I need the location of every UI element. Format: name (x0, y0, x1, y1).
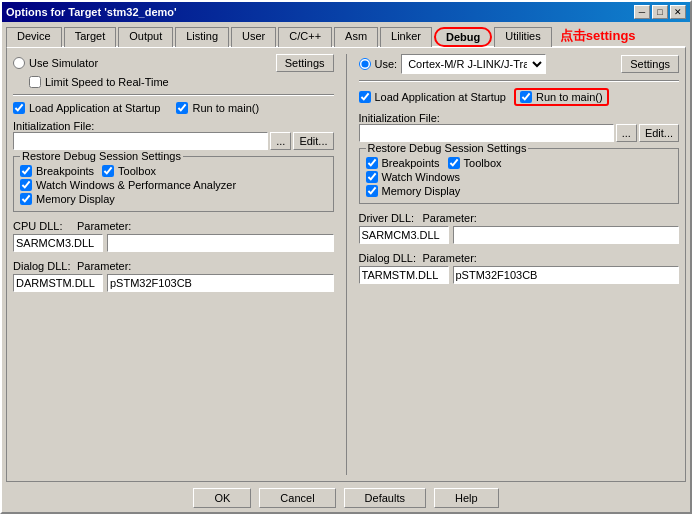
load-app-label-right: Load Application at Startup (375, 91, 506, 103)
dialog-dll-section-right: Dialog DLL: Parameter: (359, 252, 680, 284)
watch-windows-check-right[interactable]: Watch Windows (366, 171, 673, 183)
tab-cpp[interactable]: C/C++ (278, 27, 332, 47)
dialog-dll-labels-left: Dialog DLL: Parameter: (13, 260, 334, 272)
edit-button-right[interactable]: Edit... (639, 124, 679, 142)
close-button[interactable]: ✕ (670, 5, 686, 19)
limit-speed-check[interactable]: Limit Speed to Real-Time (29, 76, 334, 88)
toolbox-checkbox-left[interactable] (102, 165, 114, 177)
cpu-dll-input[interactable] (13, 234, 103, 252)
use-simulator-label: Use Simulator (29, 57, 98, 69)
browse-button-right[interactable]: ... (616, 124, 637, 142)
edit-button-left[interactable]: Edit... (293, 132, 333, 150)
main-window: Options for Target 'stm32_demo' ─ □ ✕ De… (0, 0, 692, 514)
dialog-dll-label-left: Dialog DLL: (13, 260, 73, 272)
memory-display-check-right[interactable]: Memory Display (366, 185, 673, 197)
browse-button-left[interactable]: ... (270, 132, 291, 150)
limit-speed-checkbox[interactable] (29, 76, 41, 88)
init-file-input-left[interactable] (13, 132, 268, 150)
load-app-check-left[interactable]: Load Application at Startup (13, 102, 160, 114)
run-to-main-check-left[interactable]: Run to main() (176, 102, 259, 114)
memory-display-checkbox-left[interactable] (20, 193, 32, 205)
right-settings-button[interactable]: Settings (621, 55, 679, 73)
dialog-dll-param-input-right[interactable] (453, 266, 680, 284)
dialog-dll-input-left[interactable] (13, 274, 103, 292)
cancel-button[interactable]: Cancel (259, 488, 335, 508)
use-row: Use: Cortex-M/R J-LINK/J-Trace (359, 54, 547, 74)
load-app-label-left: Load Application at Startup (29, 102, 160, 114)
watch-windows-check-left[interactable]: Watch Windows & Performance Analyzer (20, 179, 327, 191)
breakpoints-checkbox-right[interactable] (366, 157, 378, 169)
restore-row1-left: Breakpoints Toolbox (20, 165, 327, 177)
restore-debug-title-right: Restore Debug Session Settings (366, 142, 529, 154)
dialog-dll-param-label-right: Parameter: (423, 252, 478, 264)
watch-windows-checkbox-left[interactable] (20, 179, 32, 191)
load-app-check-right[interactable]: Load Application at Startup (359, 91, 506, 103)
restore-debug-group-left: Restore Debug Session Settings Breakpoin… (13, 156, 334, 212)
run-to-main-checkbox-left[interactable] (176, 102, 188, 114)
tab-asm[interactable]: Asm (334, 27, 378, 47)
use-simulator-radio[interactable]: Use Simulator (13, 57, 98, 69)
main-panels: Use Simulator Settings Limit Speed to Re… (13, 54, 679, 475)
cpu-dll-param-input[interactable] (107, 234, 334, 252)
file-input-row-right: ... Edit... (359, 124, 680, 142)
run-to-main-checkbox-right[interactable] (520, 91, 532, 103)
tab-device[interactable]: Device (6, 27, 62, 47)
breakpoints-checkbox-left[interactable] (20, 165, 32, 177)
dialog-dll-input-right[interactable] (359, 266, 449, 284)
use-radio[interactable]: Use: (359, 58, 398, 70)
breakpoints-check-right[interactable]: Breakpoints (366, 157, 440, 169)
restore-debug-group-right: Restore Debug Session Settings Breakpoin… (359, 148, 680, 204)
dialog-dll-param-input-left[interactable] (107, 274, 334, 292)
run-to-main-check-right[interactable]: Run to main() (520, 91, 603, 103)
tab-user[interactable]: User (231, 27, 276, 47)
load-app-checkbox-right[interactable] (359, 91, 371, 103)
driver-dll-param-input[interactable] (453, 226, 680, 244)
annotation-text: 点击settings (560, 27, 636, 45)
use-select[interactable]: Cortex-M/R J-LINK/J-Trace (401, 54, 546, 74)
driver-dll-labels: Driver DLL: Parameter: (359, 212, 680, 224)
toolbox-check-left[interactable]: Toolbox (102, 165, 156, 177)
left-settings-button[interactable]: Settings (276, 54, 334, 72)
simulator-radio-input[interactable] (13, 57, 25, 69)
file-input-row-left: ... Edit... (13, 132, 334, 150)
help-button[interactable]: Help (434, 488, 499, 508)
dialog-dll-inputs-right (359, 266, 680, 284)
right-panel: Use: Cortex-M/R J-LINK/J-Trace Settings … (359, 54, 680, 475)
init-file-input-right[interactable] (359, 124, 614, 142)
driver-dll-section: Driver DLL: Parameter: (359, 212, 680, 244)
watch-windows-label-right: Watch Windows (382, 171, 460, 183)
toolbox-checkbox-right[interactable] (448, 157, 460, 169)
run-to-main-highlight: Run to main() (514, 88, 609, 106)
run-to-main-label-left: Run to main() (192, 102, 259, 114)
load-app-checkbox-left[interactable] (13, 102, 25, 114)
memory-display-check-left[interactable]: Memory Display (20, 193, 327, 205)
tab-debug[interactable]: Debug (434, 27, 492, 47)
dialog-dll-inputs-left (13, 274, 334, 292)
title-bar-controls: ─ □ ✕ (634, 5, 686, 19)
breakpoints-check-left[interactable]: Breakpoints (20, 165, 94, 177)
maximize-button[interactable]: □ (652, 5, 668, 19)
cpu-dll-label: CPU DLL: (13, 220, 73, 232)
title-bar: Options for Target 'stm32_demo' ─ □ ✕ (2, 2, 690, 22)
toolbox-check-right[interactable]: Toolbox (448, 157, 502, 169)
toolbox-label-left: Toolbox (118, 165, 156, 177)
tab-target[interactable]: Target (64, 27, 117, 47)
cpu-dll-param-label: Parameter: (77, 220, 132, 232)
defaults-button[interactable]: Defaults (344, 488, 426, 508)
tab-output[interactable]: Output (118, 27, 173, 47)
driver-dll-input[interactable] (359, 226, 449, 244)
memory-display-checkbox-right[interactable] (366, 185, 378, 197)
left-panel: Use Simulator Settings Limit Speed to Re… (13, 54, 334, 475)
restore-debug-content-left: Breakpoints Toolbox Watch Windows & Perf… (20, 165, 327, 205)
tab-linker[interactable]: Linker (380, 27, 432, 47)
minimize-button[interactable]: ─ (634, 5, 650, 19)
limit-speed-label: Limit Speed to Real-Time (45, 76, 169, 88)
tab-listing[interactable]: Listing (175, 27, 229, 47)
tab-utilities[interactable]: Utilities (494, 27, 551, 47)
ok-button[interactable]: OK (193, 488, 251, 508)
watch-windows-checkbox-right[interactable] (366, 171, 378, 183)
dialog-dll-param-label-left: Parameter: (77, 260, 132, 272)
restore-debug-content-right: Breakpoints Toolbox Watch Windows (366, 157, 673, 197)
divider (13, 94, 334, 96)
use-radio-input[interactable] (359, 58, 371, 70)
